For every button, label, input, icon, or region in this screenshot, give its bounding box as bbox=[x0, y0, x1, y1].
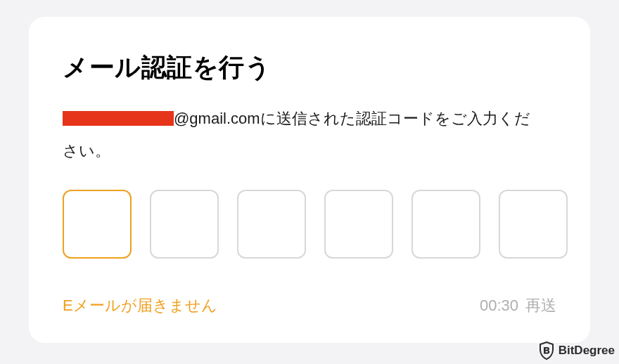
bitdegree-shield-icon bbox=[539, 342, 554, 360]
redacted-email-local bbox=[63, 111, 174, 126]
page-title: メール認証を行う bbox=[63, 51, 556, 85]
email-not-received-link[interactable]: Eメールが届きません bbox=[63, 295, 217, 316]
countdown-timer: 00:30 bbox=[480, 297, 518, 315]
code-digit-4[interactable] bbox=[324, 190, 393, 259]
footer-row: Eメールが届きません 00:30 再送 bbox=[63, 295, 556, 316]
watermark-label: BitDegree bbox=[559, 344, 615, 358]
code-digit-6[interactable] bbox=[499, 190, 568, 259]
resend-button[interactable]: 再送 bbox=[525, 295, 556, 316]
code-digit-5[interactable] bbox=[411, 190, 480, 259]
instruction-part2: さい。 bbox=[63, 137, 556, 165]
code-digit-3[interactable] bbox=[237, 190, 306, 259]
instruction-text: @gmail.com に送信された認証コードをご入力くだ さい。 bbox=[63, 105, 556, 164]
verification-card: メール認証を行う @gmail.com に送信された認証コードをご入力くだ さい… bbox=[29, 17, 590, 343]
watermark: BitDegree bbox=[539, 342, 615, 360]
instruction-part1: に送信された認証コードをご入力くだ bbox=[260, 105, 530, 133]
code-input-row bbox=[63, 190, 556, 259]
code-digit-2[interactable] bbox=[150, 190, 219, 259]
email-domain: @gmail.com bbox=[174, 105, 260, 133]
code-digit-1[interactable] bbox=[63, 190, 132, 259]
resend-group: 00:30 再送 bbox=[480, 295, 556, 316]
